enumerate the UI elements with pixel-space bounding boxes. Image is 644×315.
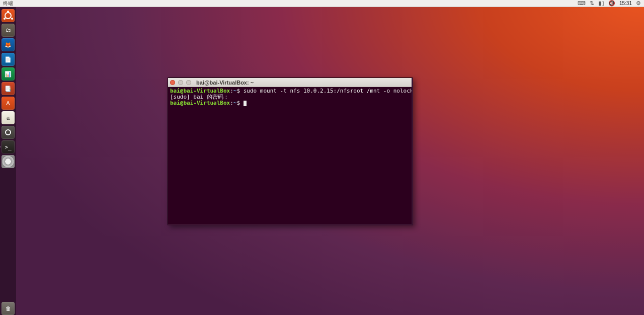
terminal-titlebar[interactable]: bai@bai-VirtualBox: ~ — [168, 78, 412, 87]
menubar-app-title: 终端 — [3, 0, 13, 7]
launcher-calc[interactable]: 📊 — [2, 67, 15, 81]
launcher-terminal[interactable]: >_ — [2, 140, 15, 153]
sound-mute-icon[interactable]: 🔇 — [608, 0, 615, 7]
battery-icon[interactable]: ▮▯ — [598, 0, 604, 7]
system-tray: ⌨ ⇅ ▮▯ 🔇 15:31 ⚙ — [578, 0, 644, 7]
terminal-title: bai@bai-VirtualBox: ~ — [196, 80, 254, 86]
window-maximize-button[interactable] — [186, 80, 191, 85]
network-icon[interactable]: ⇅ — [590, 0, 594, 7]
keyboard-icon[interactable]: ⌨ — [578, 0, 586, 7]
running-indicator-icon — [0, 145, 1, 149]
terminal-icon: >_ — [5, 144, 11, 150]
trash-icon: 🗑 — [6, 305, 11, 311]
launcher-software[interactable]: A — [2, 97, 15, 110]
window-minimize-button[interactable] — [178, 80, 183, 85]
launcher-ubuntu-dash[interactable] — [2, 9, 15, 22]
terminal-body[interactable]: bai@bai-VirtualBox:~$ sudo mount -t nfs … — [168, 87, 412, 224]
terminal-cursor — [244, 101, 247, 106]
files-icon: 🗂 — [6, 27, 11, 33]
firefox-icon: 🦊 — [5, 42, 12, 48]
command-text: sudo mount -t nfs 10.0.2.15:/nfsroot /mn… — [244, 88, 412, 94]
prompt-user: bai@bai-VirtualBox — [170, 100, 230, 106]
launcher-trash[interactable]: 🗑 — [2, 302, 15, 315]
settings-gear-icon[interactable]: ⚙ — [636, 0, 641, 7]
amazon-icon: a — [7, 115, 10, 121]
launcher-amazon[interactable]: a — [2, 111, 15, 124]
launcher-files[interactable]: 🗂 — [2, 24, 15, 37]
writer-icon: 📄 — [5, 56, 12, 63]
gear-icon — [5, 129, 11, 135]
software-icon: A — [6, 100, 10, 106]
launcher-impress[interactable]: 📑 — [2, 82, 15, 95]
terminal-window[interactable]: bai@bai-VirtualBox: ~ bai@bai-VirtualBox… — [168, 77, 413, 225]
launcher-writer[interactable]: 📄 — [2, 53, 15, 66]
clock[interactable]: 15:31 — [619, 1, 632, 6]
launcher-disc[interactable] — [2, 155, 15, 168]
impress-icon: 📑 — [5, 86, 12, 92]
top-menubar: 终端 ⌨ ⇅ ▮▯ 🔇 15:31 ⚙ — [0, 0, 644, 7]
launcher-firefox[interactable]: 🦊 — [2, 38, 15, 51]
calc-icon: 📊 — [5, 71, 12, 77]
ubuntu-logo-icon — [4, 11, 13, 20]
window-close-button[interactable] — [170, 80, 175, 85]
unity-launcher: 🗂 🦊 📄 📊 📑 A a >_ 🗑 — [0, 7, 16, 315]
launcher-settings[interactable] — [2, 126, 15, 139]
